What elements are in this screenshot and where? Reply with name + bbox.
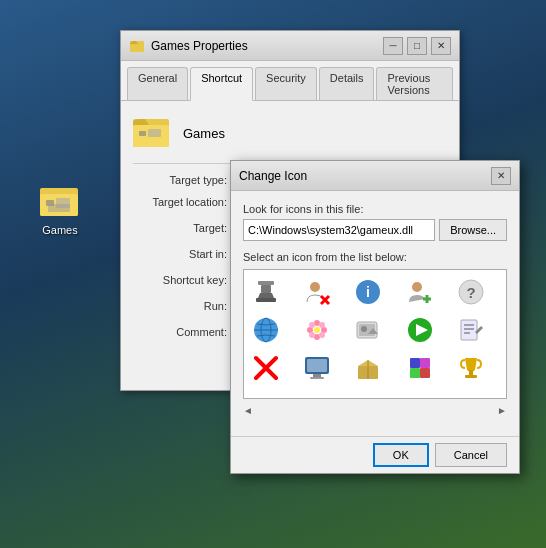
games-folder-icon-large xyxy=(40,180,80,220)
svg-rect-12 xyxy=(256,298,276,302)
dialog-titlebar: Change Icon ✕ xyxy=(231,161,519,191)
svg-point-37 xyxy=(361,326,367,332)
target-location-label: Target location: xyxy=(133,196,233,208)
maximize-button[interactable]: □ xyxy=(407,37,427,55)
icon-question[interactable]: ? xyxy=(453,274,489,310)
icon-info[interactable]: i xyxy=(350,274,386,310)
svg-point-26 xyxy=(314,327,320,333)
svg-text:?: ? xyxy=(466,284,475,301)
app-icon xyxy=(133,113,173,153)
file-input-row: Browse... xyxy=(243,219,507,241)
svg-text:i: i xyxy=(366,284,370,300)
svg-rect-54 xyxy=(410,358,420,368)
file-path-input[interactable] xyxy=(243,219,435,241)
icon-chess[interactable] xyxy=(248,274,284,310)
tabs-bar: General Shortcut Security Details Previo… xyxy=(121,61,459,101)
tab-shortcut[interactable]: Shortcut xyxy=(190,67,253,101)
svg-rect-58 xyxy=(469,370,473,375)
app-info-row: Games xyxy=(133,113,447,164)
svg-rect-11 xyxy=(261,285,271,293)
dialog-buttons: OK Cancel xyxy=(231,436,519,473)
scroll-right-arrow[interactable]: ► xyxy=(497,405,507,416)
icon-photos[interactable] xyxy=(350,312,386,348)
svg-rect-4 xyxy=(48,204,70,212)
app-name: Games xyxy=(183,126,225,141)
tab-previous-versions[interactable]: Previous Versions xyxy=(376,67,453,100)
ok-button[interactable]: OK xyxy=(373,443,429,467)
dialog-title: Change Icon xyxy=(239,169,307,183)
icons-grid: i ? xyxy=(248,274,502,386)
properties-window-icon xyxy=(129,38,145,54)
icon-box[interactable] xyxy=(350,350,386,386)
svg-rect-40 xyxy=(461,320,477,340)
change-icon-dialog: Change Icon ✕ Look for icons in this fil… xyxy=(230,160,520,474)
properties-titlebar: Games Properties ─ □ ✕ xyxy=(121,31,459,61)
icons-grid-container[interactable]: i ? xyxy=(243,269,507,399)
icon-play[interactable] xyxy=(402,312,438,348)
svg-rect-49 xyxy=(313,374,321,377)
icon-puzzle[interactable] xyxy=(402,350,438,386)
tab-security[interactable]: Security xyxy=(255,67,317,100)
dialog-content: Look for icons in this file: Browse... S… xyxy=(231,191,519,436)
icon-flowers[interactable] xyxy=(299,312,335,348)
svg-rect-8 xyxy=(139,131,146,136)
svg-point-34 xyxy=(319,332,325,338)
desktop-icon-games[interactable]: Games xyxy=(30,180,90,236)
scrollbar-hint: ◄ ► xyxy=(243,403,507,418)
icon-user-delete[interactable] xyxy=(299,274,335,310)
icon-edit[interactable] xyxy=(453,312,489,348)
browse-button[interactable]: Browse... xyxy=(439,219,507,241)
run-label: Run: xyxy=(133,300,233,312)
svg-rect-10 xyxy=(258,281,274,285)
desktop-icon-label: Games xyxy=(42,224,77,236)
svg-rect-57 xyxy=(420,368,430,378)
minimize-button[interactable]: ─ xyxy=(383,37,403,55)
properties-title: Games Properties xyxy=(151,39,248,53)
comment-label: Comment: xyxy=(133,326,233,338)
svg-point-33 xyxy=(309,332,315,338)
icons-label: Select an icon from the list below: xyxy=(243,251,507,263)
titlebar-controls: ─ □ ✕ xyxy=(383,37,451,55)
svg-rect-50 xyxy=(310,377,324,379)
svg-rect-59 xyxy=(465,375,477,378)
svg-rect-55 xyxy=(420,358,430,368)
svg-point-32 xyxy=(319,322,325,328)
target-label: Target: xyxy=(133,222,233,234)
svg-rect-9 xyxy=(148,129,161,137)
target-type-label: Target type: xyxy=(133,174,233,186)
start-in-label: Start in: xyxy=(133,248,233,260)
tab-general[interactable]: General xyxy=(127,67,188,100)
icon-earth[interactable] xyxy=(248,312,284,348)
icon-delete[interactable] xyxy=(248,350,284,386)
titlebar-left: Games Properties xyxy=(129,38,248,54)
close-button[interactable]: ✕ xyxy=(431,37,451,55)
dialog-close-button[interactable]: ✕ xyxy=(491,167,511,185)
tab-details[interactable]: Details xyxy=(319,67,375,100)
icon-monitor[interactable] xyxy=(299,350,335,386)
svg-point-13 xyxy=(310,282,320,292)
scroll-left-arrow[interactable]: ◄ xyxy=(243,405,253,416)
icon-trophy[interactable] xyxy=(453,350,489,386)
svg-point-31 xyxy=(309,322,315,328)
shortcut-key-label: Shortcut key: xyxy=(133,274,233,286)
file-label: Look for icons in this file: xyxy=(243,203,507,215)
svg-rect-56 xyxy=(410,368,420,378)
cancel-button[interactable]: Cancel xyxy=(435,443,507,467)
svg-point-18 xyxy=(412,282,422,292)
svg-rect-48 xyxy=(307,359,327,372)
icon-user-add[interactable] xyxy=(402,274,438,310)
